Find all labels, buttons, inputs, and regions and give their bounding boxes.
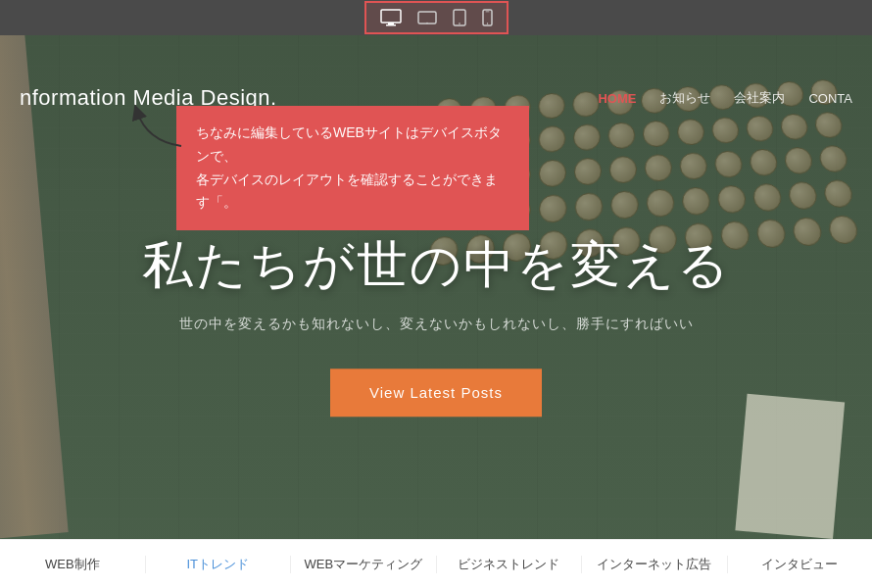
category-bar: WEB制作 ITトレンド WEBマーケティング ビジネストレンド インターネット…: [0, 539, 872, 588]
svg-rect-0: [381, 10, 401, 23]
callout-tooltip: ちなみに編集しているWEBサイトはデバイスボタンで、各デバイスのレイアウトを確認…: [176, 106, 529, 230]
desktop-device-button[interactable]: [374, 7, 408, 28]
category-item-web[interactable]: WEB制作: [0, 556, 146, 573]
svg-rect-3: [418, 12, 436, 24]
svg-point-4: [426, 23, 428, 24]
category-item-marketing[interactable]: WEBマーケティング: [291, 556, 437, 573]
hero-subtitle: 世の中を変えるかも知れないし、変えないかもしれないし、勝手にすればいい: [39, 316, 833, 333]
hero-content: 私たちが世の中を変える 世の中を変えるかも知れないし、変えないかもしれないし、勝…: [0, 231, 872, 416]
nav-links: HOME お知らせ 会社案内 CONTA: [598, 89, 852, 107]
tablet-landscape-device-button[interactable]: [412, 8, 443, 27]
tablet-portrait-device-button[interactable]: [447, 7, 472, 28]
category-item-ads[interactable]: インターネット広告: [582, 556, 728, 573]
category-item-business[interactable]: ビジネストレンド: [437, 556, 583, 573]
nav-link-about[interactable]: 会社案内: [734, 89, 785, 107]
mobile-device-button[interactable]: [476, 7, 499, 28]
device-selector: [364, 1, 509, 34]
nav-link-contact[interactable]: CONTA: [808, 91, 852, 106]
svg-rect-1: [388, 23, 394, 24]
hero-title: 私たちが世の中を変える: [39, 231, 833, 300]
svg-rect-9: [485, 12, 489, 13]
category-item-interview[interactable]: インタビュー: [728, 556, 873, 573]
nav-link-home[interactable]: HOME: [598, 91, 636, 106]
callout-text: ちなみに編集しているWEBサイトはデバイスボタンで、各デバイスのレイアウトを確認…: [196, 124, 502, 210]
view-latest-posts-button[interactable]: View Latest Posts: [330, 368, 542, 416]
svg-point-8: [486, 23, 487, 24]
category-item-it[interactable]: ITトレンド: [146, 556, 292, 573]
toolbar: [0, 0, 872, 35]
hero-section: nformation Media Design. HOME お知らせ 会社案内 …: [0, 35, 872, 539]
svg-point-6: [459, 23, 460, 24]
nav-link-news[interactable]: お知らせ: [659, 89, 710, 107]
callout-arrow: [127, 102, 186, 155]
svg-rect-2: [386, 24, 396, 26]
